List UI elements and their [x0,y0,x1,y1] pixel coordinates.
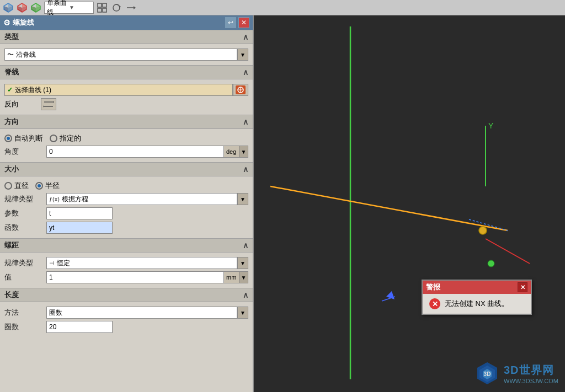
warning-error-icon: ✕ [429,298,440,309]
angle-input[interactable] [46,146,224,158]
warning-title: 警报 [426,282,440,292]
pitch-law-row: 规律类型 ⊣ 恒定 ▼ [4,257,248,269]
pitch-input-group: mm ▼ [46,271,248,283]
curve-type-dropdown[interactable]: 单条曲线 ▼ [44,2,94,14]
watermark-text-block: 3D世界网 WWW.3DSJW.COM [504,363,558,384]
grid-btn[interactable] [96,2,108,14]
law-type-label: 规律类型 [4,194,43,204]
equation-icon: ƒ(x) [49,196,60,202]
arrow-right-btn[interactable] [125,2,137,14]
spine-section-content: ✓ 选择曲线 (1) 反向 [0,79,253,115]
top-toolbar: 单条曲线 ▼ [0,0,565,15]
watermark-main-text: 3D世界网 [504,363,558,378]
pitch-section-content: 规律类型 ⊣ 恒定 ▼ 值 mm ▼ [0,253,253,288]
type-form-row: 〜 沿脊线 ▼ [4,49,248,61]
panel-back-btn[interactable]: ↩ [225,17,236,28]
angle-unit-arrow[interactable]: ▼ [239,146,248,158]
param-input[interactable] [46,207,113,219]
panel-titlebar: ⚙ 螺旋线 ↩ ✕ [0,15,253,30]
param-label: 参数 [4,208,43,218]
diameter-radio-item[interactable]: 直径 [4,181,29,191]
method-select-group: 圈数 ▼ [46,307,248,319]
size-radio-group: 直径 半径 [4,181,248,191]
cube-icon-1[interactable] [2,2,14,14]
auto-radio-item[interactable]: 自动判断 [4,133,43,143]
type-dropdown-arrow[interactable]: ▼ [237,49,248,61]
svg-point-32 [479,227,487,234]
warning-titlebar: 警报 ✕ [423,281,531,294]
rotate-btn[interactable] [110,2,122,14]
svg-rect-12 [98,3,102,7]
warning-dialog: 警报 ✕ ✕ 无法创建 NX 曲线。 [422,280,532,315]
specified-radio-item[interactable]: 指定的 [50,133,81,143]
pitch-law-select[interactable]: ⊣ 恒定 [46,257,237,269]
warning-close-btn[interactable]: ✕ [518,282,527,292]
size-section-header: 大小 ∧ [0,162,253,176]
method-select[interactable]: 圈数 [46,307,237,319]
type-section-content: 〜 沿脊线 ▼ [0,44,253,65]
3d-viewport[interactable]: Y 警报 ✕ ✕ 无法创建 NX 曲线。 [254,15,565,392]
pitch-value-label: 值 [4,272,43,282]
type-select-icon: 〜 [7,50,14,60]
direction-section-collapse[interactable]: ∧ [243,117,248,126]
spine-select-value: 选择曲线 (1) [15,85,51,95]
length-section-label: 长度 [4,290,19,300]
turns-input[interactable] [46,321,113,333]
method-value: 圈数 [49,308,62,318]
type-section-collapse[interactable]: ∧ [243,33,248,41]
diameter-radio-label: 直径 [14,181,29,191]
svg-text:3D: 3D [484,371,491,377]
func-input[interactable] [46,222,113,234]
pitch-unit-arrow[interactable]: ▼ [239,271,248,283]
direction-radio-group: 自动判断 指定的 [4,133,248,143]
svg-line-31 [486,239,530,264]
radius-radio-item[interactable]: 半径 [35,181,60,191]
pitch-law-arrow[interactable]: ▼ [237,257,248,269]
size-section-collapse[interactable]: ∧ [243,165,248,174]
method-row: 方法 圈数 ▼ [4,307,248,319]
panel-close-btn[interactable]: ✕ [238,17,249,28]
type-select[interactable]: 〜 沿脊线 [4,49,237,61]
param-row: 参数 [4,207,248,219]
main-area: ⚙ 螺旋线 ↩ ✕ 类型 ∧ 〜 沿脊线 ▼ [0,15,565,392]
law-type-arrow[interactable]: ▼ [237,193,248,205]
method-arrow[interactable]: ▼ [237,307,248,319]
spine-curve-select[interactable]: ✓ 选择曲线 (1) [4,84,233,96]
dropdown-arrow: ▼ [69,4,91,10]
type-select-with-btn: 〜 沿脊线 ▼ [4,49,248,61]
pitch-section-collapse[interactable]: ∧ [243,241,248,250]
func-row: 函数 [4,222,248,234]
cube-icon-2[interactable] [16,2,28,14]
auto-radio-label: 自动判断 [14,133,43,143]
spine-section-collapse[interactable]: ∧ [243,68,248,77]
type-section-label: 类型 [4,32,19,42]
pitch-input[interactable] [46,271,224,283]
svg-rect-14 [98,8,102,12]
spine-section-header: 脊线 ∧ [0,65,253,79]
spine-icon-btn[interactable] [233,84,248,96]
panel-title: ⚙ 螺旋线 [3,18,34,28]
type-select-value: 沿脊线 [16,50,36,60]
svg-point-33 [488,260,494,267]
watermark-logo: 3D [475,361,499,385]
reverse-row: 反向 [4,98,248,110]
gear-icon: ⚙ [3,18,10,27]
angle-label: 角度 [4,147,43,157]
length-section-header: 长度 ∧ [0,288,253,302]
pitch-law-label: 规律类型 [4,258,43,268]
law-type-select[interactable]: ƒ(x) 根据方程 [46,193,237,205]
watermark: 3D 3D世界网 WWW.3DSJW.COM [475,361,558,385]
type-section-header: 类型 ∧ [0,30,253,44]
length-section-collapse[interactable]: ∧ [243,291,248,299]
angle-unit: deg [224,146,239,158]
svg-rect-13 [103,3,106,7]
law-type-row: 规律类型 ƒ(x) 根据方程 ▼ [4,193,248,205]
reverse-icon-btn[interactable] [41,98,56,110]
svg-marker-19 [134,6,136,9]
size-section-label: 大小 [4,164,19,174]
watermark-sub-text: WWW.3DSJW.COM [504,378,558,384]
warning-close-icon: ✕ [520,284,525,291]
specified-radio-circle [50,135,57,142]
direction-section-content: 自动判断 指定的 角度 deg ▼ [0,129,253,162]
cube-icon-3[interactable] [30,2,42,14]
